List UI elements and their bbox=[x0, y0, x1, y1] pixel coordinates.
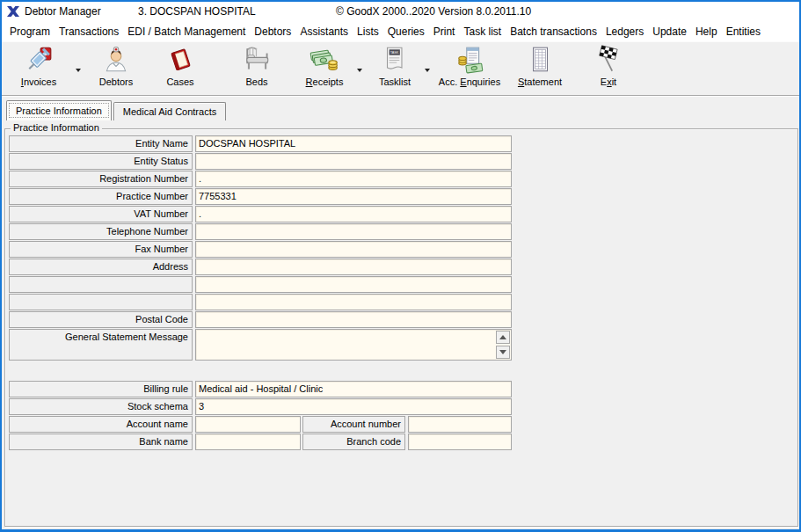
field-stock-schema[interactable]: 3 bbox=[195, 398, 512, 415]
syringe-icon bbox=[24, 45, 54, 75]
field-label: Fax Number bbox=[9, 241, 193, 258]
menu-item-help[interactable]: Help bbox=[691, 24, 722, 40]
enquiries-icon bbox=[455, 45, 484, 75]
field-label: Billing rule bbox=[9, 381, 193, 397]
menu-item-task-list[interactable]: Task list bbox=[459, 24, 506, 40]
menu-item-program[interactable]: Program bbox=[5, 24, 55, 40]
field-value: Medical aid - Hospital / Clinic bbox=[199, 383, 323, 394]
form-row: Postal Code bbox=[9, 311, 797, 328]
copyright-text: © GoodX 2000..2020 Version 8.0.2011.10 bbox=[336, 2, 531, 21]
field-postal-code[interactable] bbox=[195, 311, 512, 328]
field-label: Entity Name bbox=[9, 135, 193, 152]
form-row bbox=[9, 294, 797, 310]
menu-item-print[interactable]: Print bbox=[429, 24, 460, 40]
field-value: 3 bbox=[199, 401, 204, 412]
app-window: Debtor Manager 3. DOCSPAN HOSPITAL © Goo… bbox=[0, 0, 801, 532]
bed-icon bbox=[242, 45, 272, 75]
field-value: . bbox=[199, 173, 201, 184]
task-icon: TASK bbox=[380, 45, 410, 75]
exit-flag-icon bbox=[593, 45, 623, 75]
toolbar-button-debtors[interactable]: Debtors bbox=[83, 45, 149, 94]
toolbar-button-label: Receipts bbox=[306, 77, 344, 87]
toolbar-button-tasklist[interactable]: TASKTasklist bbox=[361, 45, 428, 94]
toolbar-button-label: Statement bbox=[518, 77, 562, 87]
field-account-number[interactable] bbox=[408, 416, 512, 433]
field-branch-code[interactable] bbox=[408, 434, 512, 450]
field-row-8[interactable] bbox=[195, 276, 512, 293]
menu-item-ledgers[interactable]: Ledgers bbox=[601, 24, 648, 40]
field-label bbox=[9, 276, 193, 293]
menu-item-debtors[interactable]: Debtors bbox=[250, 24, 295, 40]
toolbar-button-invoices[interactable]: Invoices bbox=[5, 45, 72, 94]
field-registration-number[interactable]: . bbox=[195, 171, 512, 187]
form-row: Stock schema3 bbox=[9, 398, 797, 415]
arrow-up-icon bbox=[499, 335, 506, 339]
menu-item-entities[interactable]: Entities bbox=[722, 24, 765, 40]
scroll-down-button[interactable] bbox=[496, 346, 510, 359]
field-value: 7755331 bbox=[199, 191, 237, 201]
practice-information-groupbox: Practice Information Entity NameDOCSPAN … bbox=[4, 128, 798, 527]
menu-item-queries[interactable]: Queries bbox=[383, 24, 429, 40]
app-logo-icon bbox=[6, 4, 20, 18]
toolbar-button-label: Invoices bbox=[21, 77, 56, 87]
arrow-down-icon bbox=[499, 350, 506, 354]
field-account-name[interactable] bbox=[195, 416, 301, 433]
field-address[interactable] bbox=[195, 259, 512, 275]
menu-item-transactions[interactable]: Transactions bbox=[55, 24, 123, 40]
field-general-statement-message[interactable] bbox=[195, 329, 512, 361]
form-row: Entity Status bbox=[9, 153, 797, 170]
field-label: VAT Number bbox=[9, 206, 193, 222]
field-billing-rule[interactable]: Medical aid - Hospital / Clinic bbox=[195, 381, 512, 397]
field-label: Telephone Number bbox=[9, 223, 193, 240]
field-row-9[interactable] bbox=[195, 294, 512, 310]
field-entity-name[interactable]: DOCSPAN HOSPITAL bbox=[195, 135, 512, 152]
form-row: VAT Number. bbox=[9, 206, 797, 222]
form-row bbox=[9, 276, 797, 293]
toolbar-dropdown-arrow-invoices[interactable] bbox=[76, 69, 81, 72]
toolbar-button-label: Cases bbox=[166, 77, 193, 87]
field-bank-name[interactable] bbox=[195, 434, 301, 450]
tab-practice-information[interactable]: Practice Information bbox=[6, 100, 112, 120]
toolbar-button-acc-enquiries[interactable]: Acc. Enquiries bbox=[432, 45, 507, 94]
toolbar-dropdown-arrow-tasklist[interactable] bbox=[425, 69, 430, 72]
field-practice-number[interactable]: 7755331 bbox=[195, 188, 512, 205]
form-row: Address bbox=[9, 259, 797, 275]
toolbar-button-label: Exit bbox=[601, 77, 616, 87]
toolbar-button-cases[interactable]: Cases bbox=[147, 45, 214, 94]
form-row: Registration Number. bbox=[9, 171, 797, 187]
field-telephone-number[interactable] bbox=[195, 223, 512, 240]
book-icon bbox=[165, 45, 195, 75]
field-label: Bank name bbox=[9, 434, 193, 450]
groupbox-title: Practice Information bbox=[11, 122, 102, 133]
menu-item-update[interactable]: Update bbox=[648, 24, 691, 40]
menu-bar: ProgramTransactionsEDI / Batch Managemen… bbox=[2, 21, 799, 41]
field-entity-status[interactable] bbox=[195, 153, 512, 170]
scroll-up-button[interactable] bbox=[496, 331, 510, 344]
toolbar-button-receipts[interactable]: Receipts bbox=[291, 45, 358, 94]
menu-item-edi-batch-management[interactable]: EDI / Batch Management bbox=[123, 24, 250, 40]
field-label: Address bbox=[9, 259, 193, 275]
field-vat-number[interactable]: . bbox=[195, 206, 512, 222]
entity-title: 3. DOCSPAN HOSPITAL bbox=[138, 2, 256, 21]
toolbar-button-label: Beds bbox=[245, 77, 267, 87]
doctor-icon bbox=[101, 45, 131, 75]
field-fax-number[interactable] bbox=[195, 241, 512, 258]
menu-item-lists[interactable]: Lists bbox=[353, 24, 383, 40]
toolbar-button-label: Debtors bbox=[99, 77, 134, 87]
toolbar: InvoicesDebtorsCasesBedsReceiptsTASKTask… bbox=[2, 41, 799, 96]
toolbar-button-exit[interactable]: Exit bbox=[575, 45, 642, 94]
form-row: Entity NameDOCSPAN HOSPITAL bbox=[9, 135, 797, 152]
svg-text:TASK: TASK bbox=[390, 51, 399, 55]
field-label: Account name bbox=[9, 416, 193, 433]
form-spacer bbox=[5, 361, 797, 381]
statement-icon bbox=[525, 45, 555, 75]
field-value: . bbox=[199, 208, 201, 219]
field-label: Practice Number bbox=[9, 188, 193, 205]
toolbar-button-beds[interactable]: Beds bbox=[223, 45, 290, 94]
toolbar-button-statement[interactable]: Statement bbox=[506, 45, 573, 94]
field-label: Entity Status bbox=[9, 153, 193, 170]
menu-item-batch-transactions[interactable]: Batch transactions bbox=[506, 24, 601, 40]
menu-item-assistants[interactable]: Assistants bbox=[295, 24, 353, 40]
form-row: Account nameAccount number bbox=[9, 416, 797, 433]
tab-medical-aid-contracts[interactable]: Medical Aid Contracts bbox=[113, 102, 226, 120]
